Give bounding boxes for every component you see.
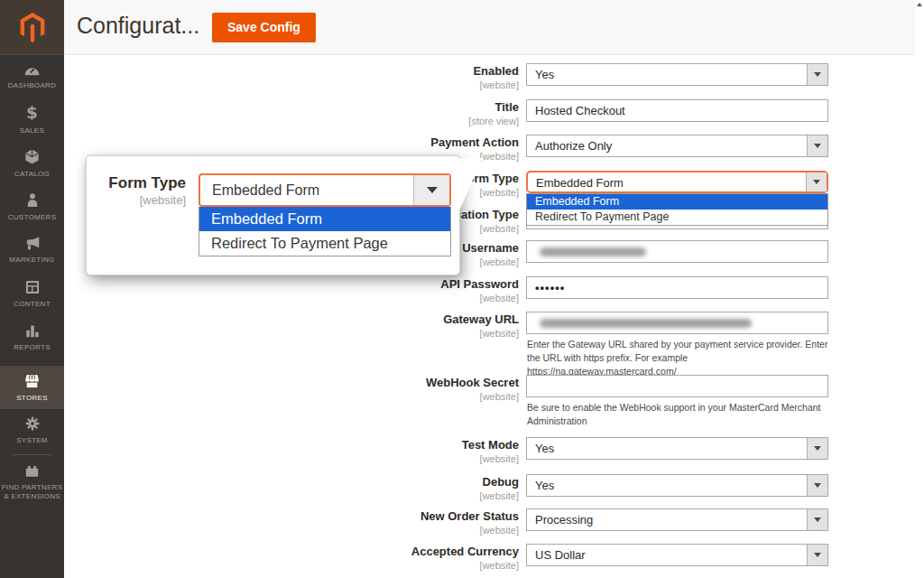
sidebar-item-label: DASHBOARD: [8, 81, 56, 90]
field-label: WebHook Secret: [311, 377, 519, 390]
admin-sidebar: DASHBOARD $ SALES CATALOG CUSTOMERS MARK…: [0, 0, 64, 578]
sidebar-item-reports[interactable]: REPORTS: [0, 322, 64, 352]
select-value: Embedded Form: [200, 175, 449, 205]
api-username-input[interactable]: [526, 240, 828, 263]
field-scope: [website]: [311, 328, 519, 339]
gauge-icon: [23, 61, 42, 78]
sidebar-item-label-line2: & EXTENSIONS: [4, 492, 60, 500]
save-config-button[interactable]: Save Config: [212, 13, 316, 42]
callout-field-scope: [website]: [87, 193, 186, 207]
field-label: Test Mode: [311, 439, 519, 452]
select-value: Processing: [527, 509, 827, 530]
vertical-scrollbar[interactable]: [915, 0, 924, 578]
field-scope: [website]: [311, 79, 519, 90]
sidebar-item-content[interactable]: CONTENT: [0, 278, 64, 309]
payment-action-select[interactable]: Authorize Only: [526, 135, 828, 157]
api-password-input[interactable]: ••••••: [526, 276, 828, 299]
megaphone-icon: [23, 235, 42, 252]
sidebar-item-system[interactable]: SYSTEM: [0, 415, 64, 445]
callout-field-label: Form Type: [87, 174, 186, 192]
extensions-brick-icon: [23, 461, 42, 480]
chevron-down-icon[interactable]: [807, 509, 827, 530]
field-label: Accepted Currency: [311, 545, 519, 559]
redacted-value-blur: [540, 247, 646, 256]
form-type-select[interactable]: Embedded Form: [526, 171, 828, 193]
sidebar-item-label: CONTENT: [14, 300, 51, 309]
select-value: US Dollar: [527, 545, 827, 565]
select-value: Authorize Only: [527, 135, 827, 156]
field-label: Payment Action: [311, 136, 519, 150]
chevron-down-icon[interactable]: [413, 175, 449, 205]
test-mode-select[interactable]: Yes: [526, 437, 828, 460]
masked-password-value: ••••••: [527, 277, 827, 298]
sidebar-item-marketing[interactable]: MARKETING: [0, 235, 64, 265]
enabled-select[interactable]: Yes: [526, 63, 828, 86]
sidebar-item-label: FIND PARTNERS & EXTENSIONS: [2, 483, 63, 502]
field-scope: [website]: [311, 560, 519, 571]
field-note: Be sure to enable the WebHook support in…: [527, 401, 834, 428]
field-scope: [website]: [311, 525, 519, 536]
accepted-currency-select[interactable]: US Dollar: [526, 544, 828, 566]
sidebar-item-customers[interactable]: CUSTOMERS: [0, 191, 64, 222]
chevron-down-icon[interactable]: [807, 475, 827, 496]
field-note: Enter the Gateway URL shared by your pay…: [527, 338, 834, 379]
field-label: Enabled: [311, 65, 519, 79]
sidebar-item-label: MARKETING: [9, 256, 54, 265]
chevron-down-icon[interactable]: [807, 545, 827, 565]
callout-option-embedded-form[interactable]: Embedded Form: [199, 207, 450, 231]
select-value: Yes: [527, 64, 827, 85]
field-label: Gateway URL: [311, 313, 519, 327]
magento-logo[interactable]: [0, 0, 64, 55]
sidebar-item-label: REPORTS: [14, 343, 51, 352]
sidebar-item-label: SYSTEM: [16, 436, 48, 445]
form-type-zoom-callout: Form Type [website] Embedded Form Embedd…: [86, 155, 460, 275]
box-icon: [23, 147, 42, 166]
callout-form-type-select[interactable]: Embedded Form: [199, 173, 451, 207]
sidebar-item-catalog[interactable]: CATALOG: [0, 147, 64, 179]
field-scope: [store view]: [311, 116, 519, 126]
redacted-value-blur: [540, 319, 752, 328]
store-icon: [23, 372, 42, 390]
field-scope: [website]: [311, 391, 519, 402]
chevron-down-icon[interactable]: [806, 172, 827, 191]
callout-option-redirect-to-payment-page[interactable]: Redirect To Payment Page: [199, 231, 450, 256]
magento-admin-configuration-page: Enabled [website] Yes Title [store view]…: [0, 0, 924, 578]
field-scope: [website]: [311, 453, 519, 464]
sidebar-divider: [13, 454, 51, 455]
debug-select[interactable]: Yes: [526, 474, 828, 497]
sidebar-item-label: CATALOG: [14, 170, 50, 179]
config-form: Enabled [website] Yes Title [store view]…: [0, 0, 924, 578]
sidebar-item-label: STORES: [16, 394, 48, 403]
sidebar-item-find-partners-extensions[interactable]: FIND PARTNERS & EXTENSIONS: [0, 461, 64, 502]
chevron-down-icon[interactable]: [807, 135, 827, 156]
person-icon: [23, 191, 42, 210]
callout-dropdown-list: Embedded Form Redirect To Payment Page: [199, 207, 451, 256]
dropdown-option-redirect-to-payment-page[interactable]: Redirect To Payment Page: [527, 210, 827, 225]
sidebar-item-dashboard[interactable]: DASHBOARD: [0, 61, 64, 90]
select-value: Yes: [527, 438, 827, 459]
sidebar-item-sales[interactable]: $ SALES: [0, 103, 64, 135]
title-input[interactable]: Hosted Checkout: [526, 99, 828, 122]
chevron-down-icon[interactable]: [807, 438, 827, 459]
gear-icon: [23, 415, 42, 433]
magento-logo-icon: [19, 12, 46, 42]
chevron-down-icon[interactable]: [807, 64, 827, 85]
new-order-status-select[interactable]: Processing: [526, 508, 828, 531]
dropdown-option-embedded-form[interactable]: Embedded Form: [527, 194, 827, 210]
gateway-url-input[interactable]: [526, 312, 828, 334]
select-value: Embedded Form: [528, 172, 827, 193]
bar-chart-icon: [23, 322, 42, 340]
field-label: New Order Status: [311, 510, 519, 524]
dollar-icon: $: [23, 103, 42, 123]
webhook-secret-input[interactable]: [526, 375, 828, 397]
field-scope: [website]: [311, 293, 519, 303]
scrollbar-up-icon[interactable]: [917, 3, 922, 6]
field-label: API Password: [311, 278, 519, 292]
sidebar-item-stores[interactable]: STORES: [0, 366, 64, 409]
field-label: Debug: [311, 476, 519, 489]
layout-icon: [23, 278, 42, 296]
sidebar-item-label-line1: FIND PARTNERS: [2, 483, 63, 491]
sidebar-item-label: CUSTOMERS: [8, 213, 57, 222]
form-type-dropdown-list: Embedded Form Redirect To Payment Page: [526, 193, 828, 226]
select-value: Yes: [527, 475, 827, 496]
